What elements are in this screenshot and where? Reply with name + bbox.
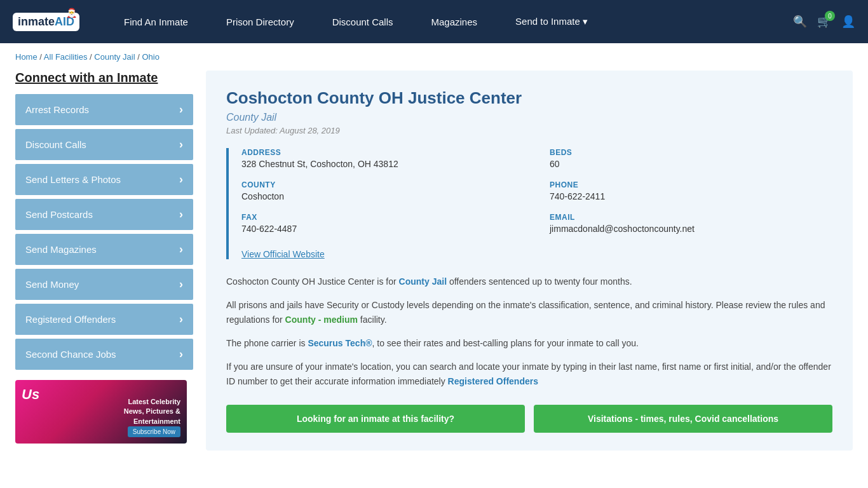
registered-offenders-link[interactable]: Registered Offenders	[448, 376, 538, 386]
sidebar-item-arrest-records[interactable]: Arrest Records ›	[15, 94, 193, 125]
sidebar-advertisement: Us Latest Celebrity News, Pictures & Ent…	[15, 380, 187, 444]
county-jail-link[interactable]: County Jail	[399, 276, 447, 287]
facility-type: County Jail	[226, 112, 832, 123]
address-value: 328 Chestnut St, Coshocton, OH 43812	[241, 159, 524, 169]
breadcrumb-ohio[interactable]: Ohio	[142, 52, 159, 62]
breadcrumb-county-jail[interactable]: County Jail	[94, 52, 135, 62]
main-container: Connect with an Inmate Arrest Records › …	[0, 71, 868, 476]
description-4: If you are unsure of your inmate's locat…	[226, 360, 832, 389]
user-button[interactable]: 👤	[841, 15, 855, 29]
ad-subscribe-button[interactable]: Subscribe Now	[128, 426, 180, 437]
chevron-right-icon: ›	[179, 173, 183, 186]
sidebar-item-send-postcards[interactable]: Send Postcards ›	[15, 199, 193, 230]
county-medium-link[interactable]: County - medium	[285, 315, 358, 325]
logo-text: inmate	[18, 15, 55, 28]
sidebar-item-send-magazines[interactable]: Send Magazines ›	[15, 234, 193, 265]
info-website: View Official Website	[241, 245, 832, 259]
info-email: EMAIL jimmacdonald@coshoctoncounty.net	[550, 213, 832, 234]
sidebar: Connect with an Inmate Arrest Records › …	[15, 71, 193, 451]
chevron-right-icon: ›	[179, 208, 183, 221]
ad-text: Latest Celebrity News, Pictures & Entert…	[124, 397, 180, 426]
sidebar-title: Connect with an Inmate	[15, 71, 193, 85]
visitations-button[interactable]: Visitations - times, rules, Covid cancel…	[534, 405, 832, 433]
facility-content: Coshocton County OH Justice Center Count…	[206, 71, 853, 451]
fax-value: 740-622-4487	[241, 224, 524, 234]
beds-label: BEDS	[550, 148, 832, 157]
view-website-link[interactable]: View Official Website	[241, 249, 832, 259]
county-label: COUNTY	[241, 180, 524, 189]
navigation: inmateAID 🎅 Find An Inmate Prison Direct…	[0, 0, 868, 43]
description-1: Coshocton County OH Justice Center is fo…	[226, 274, 832, 289]
facility-title: Coshocton County OH Justice Center	[226, 88, 832, 108]
sidebar-item-send-money[interactable]: Send Money ›	[15, 269, 193, 300]
address-label: ADDRESS	[241, 148, 524, 157]
sidebar-item-discount-calls[interactable]: Discount Calls ›	[15, 129, 193, 160]
cart-button[interactable]: 🛒 0	[817, 15, 831, 29]
nav-find-inmate[interactable]: Find An Inmate	[105, 0, 207, 43]
logo[interactable]: inmateAID 🎅	[13, 13, 79, 31]
chevron-right-icon: ›	[179, 243, 183, 256]
breadcrumb-home[interactable]: Home	[15, 52, 37, 62]
chevron-right-icon: ›	[179, 348, 183, 361]
nav-discount-calls[interactable]: Discount Calls	[313, 0, 412, 43]
description-2: All prisons and jails have Security or C…	[226, 298, 832, 327]
logo-hat: 🎅	[66, 8, 77, 18]
action-buttons: Looking for an inmate at this facility? …	[226, 405, 832, 433]
info-fax: FAX 740-622-4487	[241, 213, 524, 234]
email-value: jimmacdonald@coshoctoncounty.net	[550, 224, 832, 234]
facility-info-grid: ADDRESS 328 Chestnut St, Coshocton, OH 4…	[226, 148, 832, 259]
facility-last-updated: Last Updated: August 28, 2019	[226, 126, 832, 135]
chevron-right-icon: ›	[179, 313, 183, 326]
info-address: ADDRESS 328 Chestnut St, Coshocton, OH 4…	[241, 148, 524, 169]
info-phone: PHONE 740-622-2411	[550, 180, 832, 201]
county-value: Coshocton	[241, 191, 524, 201]
info-beds: BEDS 60	[550, 148, 832, 169]
securus-link[interactable]: Securus Tech®	[308, 338, 372, 348]
fax-label: FAX	[241, 213, 524, 222]
chevron-right-icon: ›	[179, 103, 183, 116]
sidebar-item-send-letters[interactable]: Send Letters & Photos ›	[15, 164, 193, 195]
ad-logo: Us	[22, 386, 39, 403]
breadcrumb-all-facilities[interactable]: All Facilities	[44, 52, 88, 62]
chevron-right-icon: ›	[179, 278, 183, 291]
beds-value: 60	[550, 159, 832, 169]
search-button[interactable]: 🔍	[793, 15, 807, 29]
phone-value: 740-622-2411	[550, 191, 832, 201]
nav-send-to-inmate[interactable]: Send to Inmate ▾	[496, 0, 607, 43]
breadcrumb: Home / All Facilities / County Jail / Oh…	[0, 43, 868, 71]
sidebar-item-second-chance-jobs[interactable]: Second Chance Jobs ›	[15, 339, 193, 370]
nav-prison-directory[interactable]: Prison Directory	[207, 0, 313, 43]
description-3: The phone carrier is Securus Tech®, to s…	[226, 336, 832, 351]
phone-label: PHONE	[550, 180, 832, 189]
nav-icons: 🔍 🛒 0 👤	[793, 15, 855, 29]
nav-magazines[interactable]: Magazines	[412, 0, 497, 43]
nav-links: Find An Inmate Prison Directory Discount…	[105, 0, 793, 43]
cart-badge: 0	[825, 11, 835, 21]
email-label: EMAIL	[550, 213, 832, 222]
sidebar-item-registered-offenders[interactable]: Registered Offenders ›	[15, 304, 193, 335]
chevron-right-icon: ›	[179, 138, 183, 151]
info-county: COUNTY Coshocton	[241, 180, 524, 201]
find-inmate-button[interactable]: Looking for an inmate at this facility?	[226, 405, 525, 433]
